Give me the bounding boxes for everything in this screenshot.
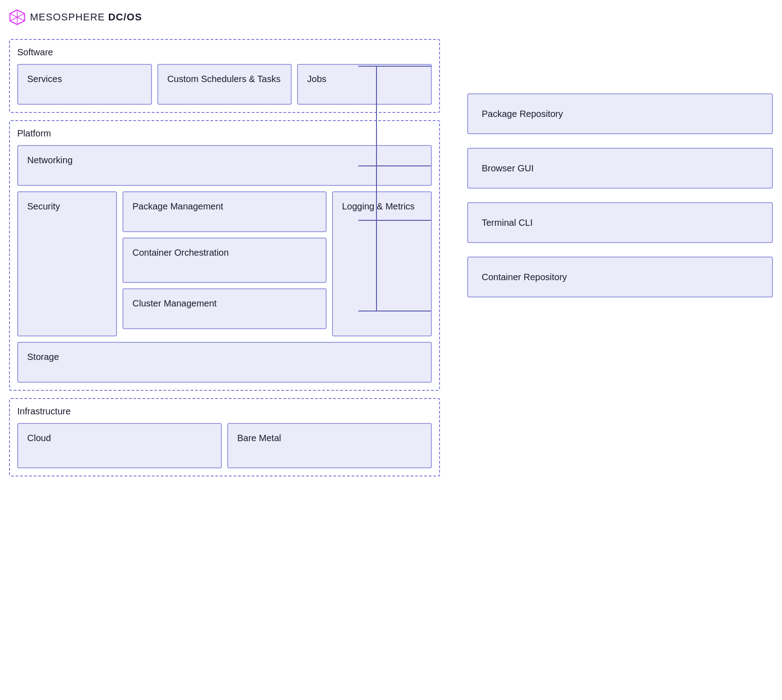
header: MESOSPHERE DC/OS <box>9 9 773 25</box>
browser-gui-label: Browser GUI <box>482 163 533 174</box>
services-box: Services <box>17 64 152 105</box>
cloud-box: Cloud <box>17 423 222 468</box>
container-orchestration-box: Container Orchestration <box>122 238 327 283</box>
container-repository-label: Container Repository <box>482 272 567 282</box>
networking-label: Networking <box>27 155 73 165</box>
custom-schedulers-label: Custom Schedulers & Tasks <box>167 74 281 84</box>
storage-label: Storage <box>27 352 59 362</box>
terminal-cli-box: Terminal CLI <box>467 202 773 243</box>
logo-text-regular: MESOSPHERE <box>30 11 108 23</box>
cloud-label: Cloud <box>27 433 51 443</box>
cluster-management-box: Cluster Management <box>122 288 327 329</box>
package-repository-box: Package Repository <box>467 93 773 134</box>
jobs-label: Jobs <box>307 74 326 84</box>
bare-metal-label: Bare Metal <box>237 433 281 443</box>
services-label: Services <box>27 74 62 84</box>
browser-gui-box: Browser GUI <box>467 148 773 189</box>
logo-text-bold: DC/OS <box>108 11 142 23</box>
custom-schedulers-box: Custom Schedulers & Tasks <box>157 64 292 105</box>
security-label: Security <box>27 201 60 212</box>
package-management-label: Package Management <box>132 201 223 211</box>
package-management-box: Package Management <box>122 191 327 232</box>
terminal-cli-label: Terminal CLI <box>482 218 533 228</box>
connector-lines <box>358 39 458 447</box>
package-repository-label: Package Repository <box>482 109 563 119</box>
package-management-col: Package Management Container Orchestrati… <box>122 191 327 336</box>
security-box: Security <box>17 191 117 336</box>
main-layout: Software Services Custom Schedulers & Ta… <box>9 39 773 484</box>
container-repository-box: Container Repository <box>467 257 773 297</box>
logo-text: MESOSPHERE DC/OS <box>30 11 142 23</box>
cluster-management-label: Cluster Management <box>132 298 217 308</box>
container-orchestration-label: Container Orchestration <box>132 248 229 258</box>
mesosphere-logo-icon <box>9 9 25 25</box>
right-section: Package Repository Browser GUI Terminal … <box>440 39 773 311</box>
